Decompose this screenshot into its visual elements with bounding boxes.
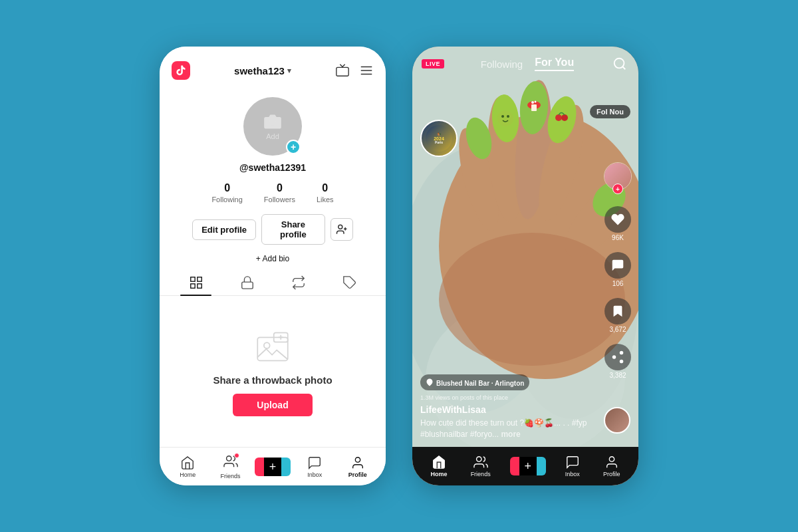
- svg-point-46: [614, 59, 624, 68]
- nav-friends[interactable]: Friends: [216, 454, 245, 479]
- video-caption: How cute did these turn out ?🍓🍄🍒... . . …: [420, 418, 598, 440]
- location-views: 1.3M views on posts of this place: [420, 394, 598, 401]
- svg-point-19: [226, 456, 231, 460]
- right-create-plus-icon: +: [524, 460, 531, 472]
- avatar-plus-button[interactable]: +: [286, 140, 301, 154]
- comment-icon: [610, 258, 625, 273]
- tag-icon: [342, 275, 357, 290]
- avatar-section: Add + @swetha12391 0 Following 0 Followe…: [160, 90, 386, 266]
- following-tab[interactable]: Following: [481, 59, 523, 70]
- feed-tabs: Following For You: [481, 57, 574, 71]
- like-icon-container: [604, 206, 631, 233]
- likes-label: Likes: [317, 196, 334, 203]
- status-bar: [160, 47, 386, 55]
- lock-icon: [240, 275, 255, 290]
- bottom-nav: Home Friends + Inbox Profile: [160, 447, 386, 485]
- add-photo-label: Add: [266, 132, 279, 140]
- likes-count: 0: [322, 182, 328, 194]
- nav-profile[interactable]: Profile: [343, 456, 372, 478]
- more-button[interactable]: more: [501, 430, 520, 439]
- bookmark-button[interactable]: 3,672: [604, 298, 631, 333]
- right-nav-inbox[interactable]: Inbox: [565, 455, 580, 477]
- search-button[interactable]: [610, 55, 629, 73]
- right-action-buttons: + 96K 106 3,672 3,38: [604, 162, 632, 379]
- top-nav: swetha123 ▾: [160, 55, 386, 84]
- camera-icon: [263, 112, 282, 131]
- likes-stat: 0 Likes: [317, 182, 334, 203]
- nav-home[interactable]: Home: [173, 456, 202, 478]
- bookmark-icon-container: [604, 298, 631, 325]
- share-button[interactable]: 3,382: [604, 344, 631, 379]
- paris-badge-inner: 🐓 2024 Paris: [426, 125, 452, 152]
- nav-inbox[interactable]: Inbox: [300, 456, 329, 478]
- home-icon: [180, 456, 195, 470]
- comment-button[interactable]: 106: [604, 252, 631, 287]
- creator-avatar-container: +: [604, 162, 632, 190]
- tv-icon[interactable]: [335, 63, 350, 78]
- svg-point-48: [620, 351, 624, 355]
- svg-rect-9: [197, 277, 201, 281]
- svg-line-47: [622, 66, 625, 69]
- svg-rect-10: [190, 284, 194, 288]
- svg-point-54: [476, 457, 481, 462]
- inbox-icon: [307, 456, 322, 470]
- right-nav-profile[interactable]: Profile: [603, 455, 620, 477]
- menu-icon[interactable]: [359, 63, 374, 78]
- chevron-down-icon: ▾: [287, 66, 291, 75]
- tab-private[interactable]: [228, 270, 267, 295]
- svg-rect-8: [190, 277, 194, 281]
- right-home-icon: [432, 455, 446, 469]
- tab-videos[interactable]: [177, 270, 215, 295]
- profile-username: @swetha12391: [239, 162, 306, 173]
- add-person-icon: [336, 223, 348, 235]
- tiktok-logo: [172, 61, 190, 80]
- friends-nav-label: Friends: [221, 473, 241, 479]
- location-name: Blushed Nail Bar · Arlington: [436, 380, 524, 387]
- svg-point-5: [338, 225, 342, 229]
- svg-line-52: [616, 354, 620, 356]
- avatar-wrapper[interactable]: Add +: [243, 97, 302, 156]
- follow-button-overlay[interactable]: +: [612, 184, 623, 194]
- fol-nou-badge[interactable]: Fol Nou: [590, 105, 630, 118]
- svg-point-15: [264, 342, 270, 348]
- edit-profile-button[interactable]: Edit profile: [192, 219, 256, 240]
- add-bio-button[interactable]: + Add bio: [256, 254, 289, 263]
- right-nav-friends[interactable]: Friends: [471, 455, 491, 477]
- svg-point-44: [561, 114, 568, 121]
- upload-button[interactable]: Upload: [233, 394, 312, 416]
- grid-icon: [189, 275, 203, 290]
- location-tag[interactable]: Blushed Nail Bar · Arlington: [420, 374, 529, 390]
- tab-tagged[interactable]: [331, 270, 369, 295]
- friends-notification-badge: [234, 453, 239, 458]
- photo-placeholder-icon: [254, 329, 291, 366]
- username-selector[interactable]: swetha123 ▾: [234, 65, 291, 76]
- location-info: Blushed Nail Bar · Arlington: [436, 376, 524, 388]
- tab-liked[interactable]: [279, 270, 318, 295]
- following-stat: 0 Following: [211, 182, 242, 203]
- svg-point-4: [269, 120, 275, 126]
- search-icon: [612, 57, 627, 71]
- svg-line-51: [616, 358, 620, 360]
- svg-rect-11: [197, 284, 201, 288]
- share-icon: [610, 350, 625, 364]
- like-button[interactable]: 96K: [604, 206, 631, 241]
- for-you-tab[interactable]: For You: [535, 57, 574, 71]
- creator-username[interactable]: LifeeWithLisaa: [420, 404, 598, 415]
- share-count: 3,382: [609, 372, 626, 379]
- right-nav-home[interactable]: Home: [431, 455, 448, 477]
- inbox-nav-label: Inbox: [307, 471, 322, 478]
- nav-create[interactable]: +: [259, 458, 287, 476]
- empty-title: Share a throwback photo: [213, 374, 332, 386]
- profile-icon: [350, 456, 365, 470]
- share-icon-container: [604, 344, 631, 370]
- paris-badge[interactable]: 🐓 2024 Paris: [420, 120, 458, 157]
- svg-point-37: [501, 115, 504, 118]
- svg-point-42: [535, 101, 537, 103]
- svg-point-41: [531, 101, 534, 104]
- share-profile-button[interactable]: Share profile: [261, 214, 325, 245]
- svg-point-53: [429, 381, 431, 383]
- add-friend-button[interactable]: [331, 218, 353, 241]
- right-nav-create[interactable]: +: [514, 457, 542, 475]
- right-phone: LIVE Following For You 🐓 2024 Paris Fol …: [412, 47, 638, 485]
- duet-avatar: [604, 407, 630, 434]
